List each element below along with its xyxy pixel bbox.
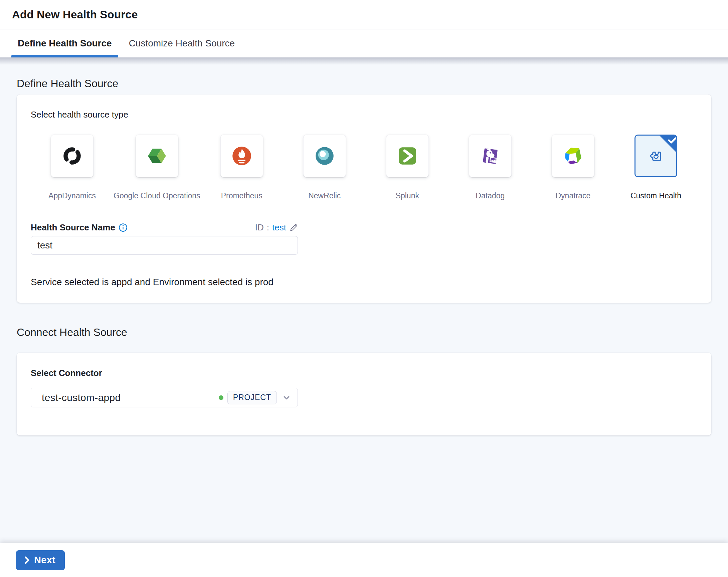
health-source-type-appdynamics[interactable]: AppDynamics xyxy=(31,135,113,200)
id-display: ID: test xyxy=(255,222,298,233)
connector-status-dot xyxy=(219,395,224,400)
health-source-type-label: Dynatrace xyxy=(555,191,591,200)
next-button-label: Next xyxy=(34,555,55,566)
dialog-header: Add New Health Source xyxy=(0,0,728,29)
health-source-type-label: Custom Health xyxy=(630,191,681,200)
page-title: Add New Health Source xyxy=(12,8,137,21)
health-source-type-splunk[interactable]: Splunk xyxy=(366,135,449,200)
health-source-tile[interactable] xyxy=(634,135,677,177)
health-source-name-input[interactable] xyxy=(31,236,298,255)
health-source-tile[interactable] xyxy=(386,135,429,177)
select-source-type-label: Select health source type xyxy=(31,109,697,120)
tab-bar: Define Health Source Customize Health So… xyxy=(0,29,728,57)
health-source-type-datadog[interactable]: Datadog xyxy=(449,135,531,200)
connector-select[interactable]: test-custom-appd PROJECT xyxy=(31,388,298,408)
health-source-tile[interactable] xyxy=(136,135,178,177)
dialog-body: Define Health Source Select health sourc… xyxy=(0,57,728,543)
edit-id-icon[interactable] xyxy=(289,224,298,232)
datadog-icon xyxy=(479,145,501,167)
connector-scope-badge: PROJECT xyxy=(228,391,277,404)
id-separator: : xyxy=(267,222,269,233)
health-source-tile[interactable] xyxy=(552,135,594,177)
chevron-down-icon[interactable] xyxy=(282,393,291,403)
name-field-row: Health Source Name ID: test xyxy=(31,222,298,233)
define-section-heading: Define Health Source xyxy=(17,77,711,90)
health-source-type-label: AppDynamics xyxy=(48,191,96,200)
health-source-tile[interactable] xyxy=(303,135,346,177)
tab-customize-health-source[interactable]: Customize Health Source xyxy=(123,29,241,57)
define-health-source-card: Select health source type AppDynamics Go… xyxy=(17,95,711,303)
id-value: test xyxy=(272,222,286,233)
health-source-type-custom-health[interactable]: Custom Health xyxy=(615,135,697,200)
splunk-icon xyxy=(396,145,418,167)
connector-name: test-custom-appd xyxy=(31,392,219,403)
health-source-type-label: Prometheus xyxy=(221,191,262,200)
appdynamics-icon xyxy=(61,145,83,167)
chevron-right-icon xyxy=(23,556,30,565)
health-source-type-dynatrace[interactable]: Dynatrace xyxy=(531,135,615,200)
health-source-tile[interactable] xyxy=(469,135,512,177)
prometheus-icon xyxy=(231,145,253,167)
gco-icon xyxy=(146,145,168,167)
dynatrace-icon xyxy=(562,145,584,167)
health-source-tile[interactable] xyxy=(51,135,94,177)
newrelic-icon xyxy=(314,145,336,167)
next-button[interactable]: Next xyxy=(16,550,65,570)
select-connector-label: Select Connector xyxy=(31,368,697,378)
id-label: ID xyxy=(255,222,264,233)
health-source-type-prometheus[interactable]: Prometheus xyxy=(200,135,283,200)
health-source-type-list: AppDynamics Google Cloud Operations Prom… xyxy=(31,135,697,200)
health-source-type-newrelic[interactable]: NewRelic xyxy=(283,135,366,200)
health-source-type-label: Google Cloud Operations xyxy=(113,191,200,200)
health-source-tile[interactable] xyxy=(220,135,263,177)
dialog-footer: Next xyxy=(0,543,728,577)
selected-check-icon xyxy=(659,135,677,153)
connect-section-heading: Connect Health Source xyxy=(17,326,711,339)
health-source-type-label: Datadog xyxy=(475,191,504,200)
health-source-type-label: NewRelic xyxy=(308,191,341,200)
connect-health-source-card: Select Connector test-custom-appd PROJEC… xyxy=(17,352,711,436)
health-source-name-label: Health Source Name xyxy=(31,222,115,233)
health-source-type-label: Splunk xyxy=(396,191,419,200)
service-environment-note: Service selected is appd and Environment… xyxy=(31,277,697,288)
info-icon[interactable] xyxy=(119,223,128,232)
tab-define-health-source[interactable]: Define Health Source xyxy=(11,29,118,57)
health-source-type-google-cloud-operations[interactable]: Google Cloud Operations xyxy=(113,135,200,200)
